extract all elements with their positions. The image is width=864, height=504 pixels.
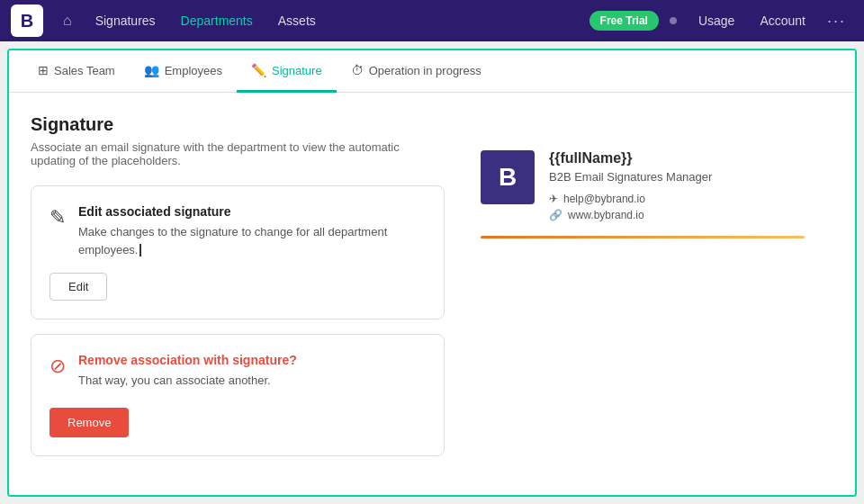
navbar: B ⌂ Signatures Departments Assets Free T… [0, 0, 864, 41]
signature-website-row: 🔗 www.bybrand.io [549, 209, 712, 221]
edit-button[interactable]: Edit [50, 273, 107, 301]
main-content: Signature Associate an email signature w… [9, 93, 855, 486]
tab-signature[interactable]: ✏️ Signature [237, 50, 337, 93]
signature-divider [481, 236, 805, 238]
nav-more-icon[interactable]: ··· [820, 6, 853, 36]
remove-button[interactable]: Remove [50, 408, 129, 437]
remove-card-title: Remove association with signature? [78, 353, 297, 367]
app-logo[interactable]: B [11, 4, 43, 37]
signature-email: help@bybrand.io [563, 193, 645, 205]
signature-info: {{fullName}} B2B Email Signatures Manage… [549, 150, 712, 221]
signature-name: {{fullName}} [549, 150, 712, 166]
tab-operation[interactable]: ⏱ Operation in progress [337, 50, 496, 93]
signature-website: www.bybrand.io [568, 209, 644, 221]
nav-separator-dot [670, 17, 677, 24]
signature-tab-icon: ✏️ [251, 63, 266, 77]
nav-departments[interactable]: Departments [170, 8, 264, 33]
tab-sales-team[interactable]: ⊞ Sales Team [23, 50, 130, 93]
signature-preview-panel: B {{fullName}} B2B Email Signatures Mana… [481, 114, 833, 464]
employees-icon: 👥 [144, 63, 159, 77]
remove-signature-card: ⊘ Remove association with signature? Tha… [31, 334, 445, 456]
tab-bar: ⊞ Sales Team 👥 Employees ✏️ Signature ⏱ … [9, 50, 855, 93]
nav-account[interactable]: Account [749, 8, 816, 33]
edit-card-description: Make changes to the signature to change … [78, 223, 426, 258]
edit-signature-icon: ✎ [50, 206, 66, 230]
left-panel: Signature Associate an email signature w… [31, 114, 445, 464]
edit-signature-card: ✎ Edit associated signature Make changes… [31, 185, 445, 320]
sales-team-icon: ⊞ [38, 63, 49, 77]
edit-card-title: Edit associated signature [78, 204, 426, 219]
tab-employees[interactable]: 👥 Employees [130, 50, 237, 93]
content-area: ⊞ Sales Team 👥 Employees ✏️ Signature ⏱ … [7, 49, 857, 497]
nav-usage[interactable]: Usage [688, 8, 745, 33]
signature-job-title: B2B Email Signatures Manager [549, 170, 712, 184]
signature-email-row: ✈ help@bybrand.io [549, 193, 712, 205]
free-trial-badge[interactable]: Free Trial [590, 11, 659, 31]
page-subtitle: Associate an email signature with the de… [31, 140, 445, 167]
signature-logo: B [481, 150, 535, 204]
text-cursor [140, 244, 141, 256]
email-icon: ✈ [549, 193, 558, 205]
remove-card-description: That way, you can associate another. [78, 372, 297, 390]
home-icon[interactable]: ⌂ [54, 7, 81, 34]
nav-signatures[interactable]: Signatures [85, 8, 166, 33]
operation-icon: ⏱ [351, 63, 364, 77]
signature-preview: B {{fullName}} B2B Email Signatures Mana… [481, 150, 833, 221]
link-icon: 🔗 [549, 209, 562, 221]
remove-signature-icon: ⊘ [50, 355, 66, 378]
nav-assets[interactable]: Assets [267, 8, 327, 33]
page-title: Signature [31, 114, 445, 135]
